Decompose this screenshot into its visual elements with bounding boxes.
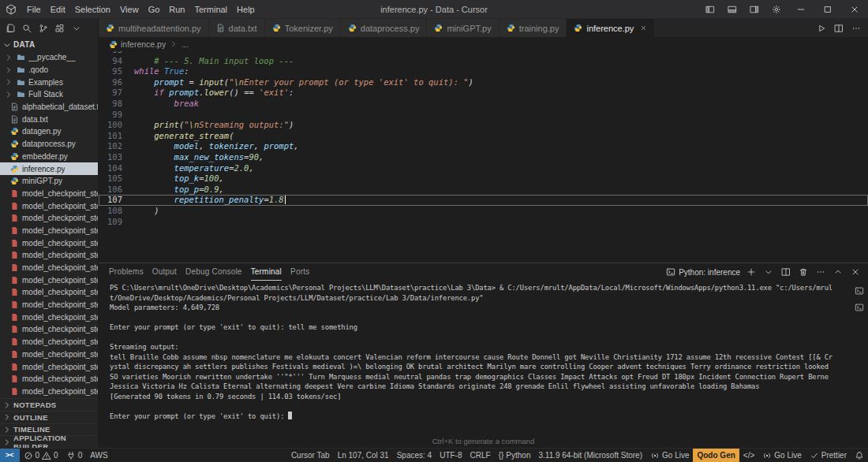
tab-minigpt-py[interactable]: miniGPT.py xyxy=(427,19,499,37)
split-terminal-button[interactable] xyxy=(779,266,792,279)
tab-dataprocess-py[interactable]: dataprocess.py xyxy=(341,19,428,37)
explorer-item-model-checkpoint-ste[interactable]: model_checkpoint_ste... xyxy=(0,249,98,262)
sidebar-section-outline[interactable]: OUTLINE xyxy=(0,411,98,423)
explorer-item-model-checkpoint-ste[interactable]: model_checkpoint_ste... xyxy=(0,188,98,200)
cursor-tab-button[interactable]: Cursor Tab xyxy=(287,449,334,462)
explorer-item-model-checkpoint-ste[interactable]: model_checkpoint_ste... xyxy=(0,262,98,274)
menu-view[interactable]: View xyxy=(115,0,144,18)
menu-edit[interactable]: Edit xyxy=(46,0,70,18)
explorer-item-model-checkpoint-ste[interactable]: model_checkpoint_ste... xyxy=(0,286,98,299)
explorer-item-model-checkpoint-ste[interactable]: model_checkpoint_ste... xyxy=(0,373,98,386)
explorer-item-model-checkpoint-ste[interactable]: model_checkpoint_ste... xyxy=(0,274,98,286)
tab-data-txt[interactable]: data.txt xyxy=(209,19,265,37)
tab-tokenizer-py[interactable]: Tokenizer.py xyxy=(265,19,341,37)
window-maximize-button[interactable] xyxy=(814,0,841,18)
code-line-100[interactable]: 100 print("\nStreaming output:") xyxy=(99,120,868,131)
explorer-item-full-stack[interactable]: Full Stack xyxy=(0,88,98,101)
code-line-108[interactable]: 108 ) xyxy=(99,206,868,217)
prettier-button[interactable]: Prettier xyxy=(806,449,851,462)
gear-button[interactable] xyxy=(765,0,788,18)
terminal-output[interactable]: PS C:\Users\mrult\OneDrive\Desktop\Acade… xyxy=(99,281,851,437)
code-line-98[interactable]: 98 break xyxy=(99,99,868,110)
code-line-104[interactable]: 104 temperature=2.0, xyxy=(99,163,868,174)
search-button[interactable] xyxy=(19,20,35,36)
explorer-item-dataprocess-py[interactable]: dataprocess.py xyxy=(0,138,98,151)
explorer-item-inference-py[interactable]: inference.py xyxy=(0,162,98,175)
menu-selection[interactable]: Selection xyxy=(70,0,115,18)
menu-run[interactable]: Run xyxy=(164,0,189,18)
language-mode-button[interactable]: {}Python xyxy=(495,449,535,462)
code-line-102[interactable]: 102 model, tokenizer, prompt, xyxy=(99,141,868,152)
qodo-gen-button[interactable]: Qodo Gen xyxy=(693,449,739,462)
explorer-item-alphabetical-dataset-txt[interactable]: alphabetical_dataset.txt xyxy=(0,101,98,114)
close-button[interactable] xyxy=(848,266,862,279)
code-line-106[interactable]: 106 top_p=0.9, xyxy=(99,184,868,196)
tab-training-py[interactable]: training.py xyxy=(499,19,567,37)
code-snippet-button[interactable]: </> xyxy=(739,449,758,462)
window-close-button[interactable] xyxy=(841,0,868,18)
aws-button[interactable]: AWS xyxy=(86,449,111,462)
menu-go[interactable]: Go xyxy=(144,0,165,18)
tab-inference-py[interactable]: inference.py xyxy=(567,19,655,37)
cursor-position-button[interactable]: Ln 107, Col 31 xyxy=(334,449,393,462)
menu-help[interactable]: Help xyxy=(232,0,260,18)
explorer-item-model-checkpoint-ste[interactable]: model_checkpoint_ste... xyxy=(0,225,98,237)
explorer-button[interactable] xyxy=(2,20,18,36)
panel-tab-output[interactable]: Output xyxy=(152,263,177,281)
code-line-101[interactable]: 101 generate_stream( xyxy=(99,131,868,142)
terminal-instance-1[interactable] xyxy=(853,285,866,297)
panel-tab-debug-console[interactable]: Debug Console xyxy=(185,263,242,281)
explorer-item-model-checkpoint-ste[interactable]: model_checkpoint_ste... xyxy=(0,360,98,373)
explorer-item-model-checkpoint-ste[interactable]: model_checkpoint_ste... xyxy=(0,212,98,225)
explorer-item-model-checkpoint-ste[interactable]: model_checkpoint_ste... xyxy=(0,386,98,398)
explorer-item-data-txt[interactable]: data.txt xyxy=(0,113,98,125)
encoding-button[interactable]: UTF-8 xyxy=(436,449,466,462)
explorer-item-model-checkpoint-ste[interactable]: model_checkpoint_ste... xyxy=(0,299,98,311)
menu-file[interactable]: File xyxy=(22,0,46,18)
explorer-item-model-checkpoint-ste[interactable]: model_checkpoint_ste... xyxy=(0,237,98,249)
explorer-item-embedder-py[interactable]: embedder.py xyxy=(0,151,98,163)
explorer-item-model-checkpoint-ste[interactable]: model_checkpoint_ste... xyxy=(0,336,98,348)
chevron-down-button[interactable] xyxy=(69,20,84,36)
more-button[interactable] xyxy=(814,266,827,279)
problems-button[interactable]: 00 xyxy=(20,449,62,462)
extensions-button[interactable] xyxy=(52,20,68,36)
trash-button[interactable] xyxy=(796,266,810,279)
sidebar-section-notepads[interactable]: NOTEPADS xyxy=(0,398,98,411)
plus-button[interactable] xyxy=(744,266,758,279)
explorer-section-header[interactable]: DATA xyxy=(0,38,98,51)
explorer-item-model-checkpoint-ste[interactable]: model_checkpoint_ste... xyxy=(0,311,98,323)
eol-button[interactable]: CRLF xyxy=(466,449,495,462)
explorer-item-examples[interactable]: Examples xyxy=(0,76,98,88)
code-line-109[interactable]: 109 xyxy=(99,217,868,228)
code-line-107[interactable]: 107 repetition_penalty=1.8 xyxy=(99,195,868,206)
terminal-instance-2[interactable] xyxy=(853,301,866,314)
code-line-99[interactable]: 99 xyxy=(99,110,868,121)
explorer-item-model-checkpoint-ste[interactable]: model_checkpoint_ste... xyxy=(0,199,98,212)
menu-terminal[interactable]: Terminal xyxy=(190,0,233,18)
split-editor-button[interactable] xyxy=(830,19,847,37)
code-line-103[interactable]: 103 max_new_tokens=90, xyxy=(99,152,868,163)
run-button[interactable] xyxy=(813,19,830,37)
explorer-item-datagen-py[interactable]: datagen.py xyxy=(0,125,98,138)
chevron-down-button[interactable] xyxy=(761,266,775,279)
tab-multiheadattention-py[interactable]: multiheadattention.py xyxy=(99,19,209,37)
code-line-97[interactable]: 97 if prompt.lower() == 'exit': xyxy=(99,88,868,99)
breadcrumb[interactable]: inference.py ... xyxy=(99,37,868,51)
notifications-button[interactable] xyxy=(851,449,868,462)
explorer-item-model-checkpoint-ste[interactable]: model_checkpoint_ste... xyxy=(0,323,98,336)
more-button[interactable] xyxy=(847,19,865,37)
source-control-button[interactable] xyxy=(36,20,51,36)
window-minimize-button[interactable] xyxy=(788,0,814,18)
panel-tab-ports[interactable]: Ports xyxy=(290,263,309,281)
explorer-item-pycache[interactable]: __pycache__ xyxy=(0,51,98,64)
breadcrumb-file[interactable]: inference.py xyxy=(121,39,166,49)
code-line-96[interactable]: 96 prompt = input("\nEnter your prompt (… xyxy=(99,77,868,88)
chevron-up-button[interactable] xyxy=(831,266,844,279)
explorer-item-qodo[interactable]: .qodo xyxy=(0,64,98,76)
explorer-item-model-checkpoint-ste[interactable]: model_checkpoint_ste... xyxy=(0,348,98,361)
breadcrumb-symbol[interactable]: ... xyxy=(181,39,189,49)
code-line-94[interactable]: 94 # --- 5. Main input loop --- xyxy=(99,56,868,67)
layout-panel-button[interactable] xyxy=(721,0,743,18)
code-line-95[interactable]: 95while True: xyxy=(99,66,868,77)
